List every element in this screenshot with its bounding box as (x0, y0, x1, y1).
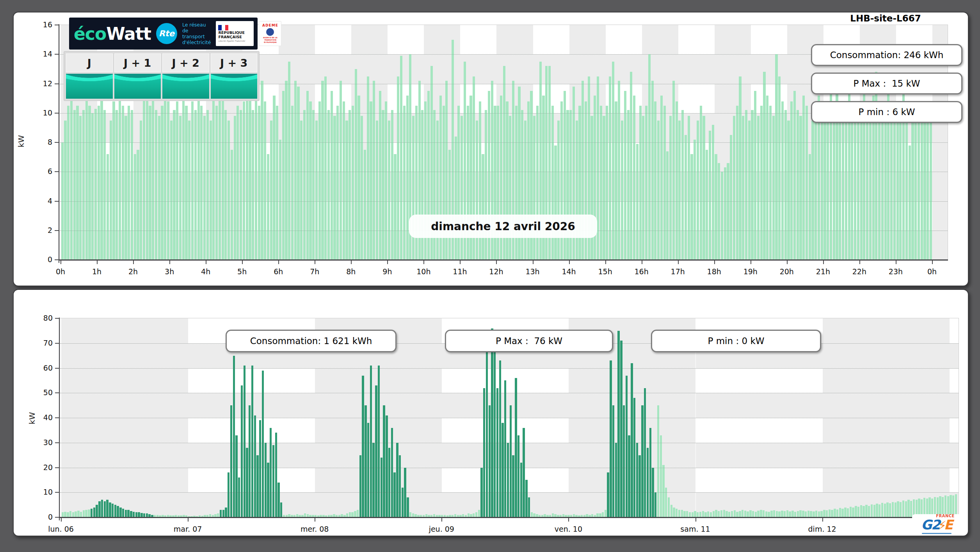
data-bar (731, 511, 733, 517)
data-bar (794, 512, 796, 517)
data-bar (760, 510, 762, 517)
data-bar (851, 106, 853, 260)
data-bar (200, 106, 203, 260)
data-bar (349, 110, 351, 260)
data-bar (264, 101, 266, 260)
data-bar (504, 380, 506, 517)
data-bar (697, 121, 699, 260)
data-bar (678, 121, 681, 260)
y-axis-tick-label: 6 (29, 167, 52, 176)
data-bar (869, 106, 872, 260)
data-bar (403, 106, 406, 260)
y-axis-tick-label: 12 (29, 79, 52, 88)
g2e-france-text: FRANCE (936, 514, 955, 518)
data-bar (624, 91, 626, 260)
data-bar (623, 405, 625, 517)
data-bar (628, 435, 630, 517)
data-bar (306, 91, 309, 260)
data-bar (651, 81, 654, 260)
data-bar (357, 510, 359, 517)
data-bar (730, 135, 732, 260)
data-bar (930, 113, 932, 260)
data-bar (176, 101, 178, 260)
data-bar (681, 110, 684, 260)
forecast-button-j3-label[interactable]: J + 3 (211, 53, 258, 72)
data-bar (277, 483, 279, 517)
data-bar (676, 101, 678, 260)
data-bar (98, 106, 100, 260)
x-axis-tick-label: 1h (92, 267, 101, 276)
data-bar (685, 135, 687, 260)
data-bar (921, 116, 923, 260)
y-axis-tick-label: 20 (29, 463, 53, 472)
data-bar (844, 508, 846, 518)
data-bar (776, 511, 778, 517)
data-bar (757, 116, 759, 260)
data-bar (606, 106, 608, 260)
data-bar (688, 116, 690, 260)
x-axis-tick-label: 13h (525, 267, 539, 276)
g2e-tagline-line (922, 533, 952, 534)
data-bar (884, 504, 886, 517)
data-bar (845, 110, 847, 260)
ecowatt-status-green-icon[interactable] (162, 74, 209, 99)
data-bar (379, 91, 381, 260)
data-bar (294, 81, 297, 260)
data-bar (225, 508, 227, 518)
data-bar (303, 110, 306, 260)
data-bar (694, 511, 696, 517)
data-bar (378, 366, 380, 517)
data-bar (182, 76, 185, 260)
ecowatt-status-green-icon[interactable] (211, 74, 258, 99)
data-bar (91, 113, 94, 260)
forecast-button-j3[interactable]: J + 3 (211, 53, 258, 99)
day-consumption-badge: Consommation: 246 kWh (811, 44, 962, 66)
forecast-button-j1[interactable]: J + 1 (114, 53, 161, 99)
data-bar (502, 423, 503, 517)
data-bar (80, 512, 82, 517)
data-bar (763, 510, 765, 517)
data-bar (773, 510, 775, 517)
rte-logo-icon: Rte (156, 23, 177, 44)
data-bar (237, 106, 239, 260)
data-bar (402, 488, 404, 518)
data-bar (509, 116, 511, 260)
y-axis-tick-label: 60 (29, 364, 53, 372)
data-bar (249, 91, 251, 260)
data-bar (671, 505, 672, 517)
data-bar (365, 405, 366, 517)
forecast-button-j2-label[interactable]: J + 2 (162, 53, 209, 72)
data-bar (125, 116, 127, 260)
data-bar (857, 507, 859, 517)
data-bar (765, 511, 767, 517)
data-bar (831, 510, 833, 517)
data-bar (842, 121, 844, 260)
forecast-button-j2[interactable]: J + 2 (162, 53, 209, 99)
data-bar (397, 76, 399, 260)
ecowatt-status-green-icon[interactable] (114, 74, 161, 99)
data-bar (125, 510, 127, 517)
data-bar (235, 435, 237, 517)
data-bar (881, 503, 883, 517)
data-bar (660, 96, 663, 260)
data-bar (117, 506, 119, 517)
data-bar (461, 116, 463, 260)
data-bar (597, 76, 599, 260)
data-bar (254, 415, 256, 517)
data-bar (827, 116, 829, 260)
data-bar (766, 96, 768, 260)
forecast-button-j-label[interactable]: J (66, 53, 113, 72)
data-bar (261, 81, 263, 260)
forecast-button-j1-label[interactable]: J + 1 (114, 53, 161, 72)
data-bar (636, 443, 638, 517)
data-bar (871, 504, 873, 517)
data-bar (663, 106, 666, 260)
y-axis-tick-label: 80 (29, 314, 53, 322)
x-axis-tick-label: 22h (852, 267, 866, 276)
data-bar (836, 509, 838, 517)
forecast-button-j[interactable]: J (66, 53, 113, 99)
data-bar (878, 110, 880, 260)
data-bar (251, 366, 253, 517)
ecowatt-status-green-icon[interactable] (66, 74, 113, 99)
data-bar (790, 101, 793, 260)
